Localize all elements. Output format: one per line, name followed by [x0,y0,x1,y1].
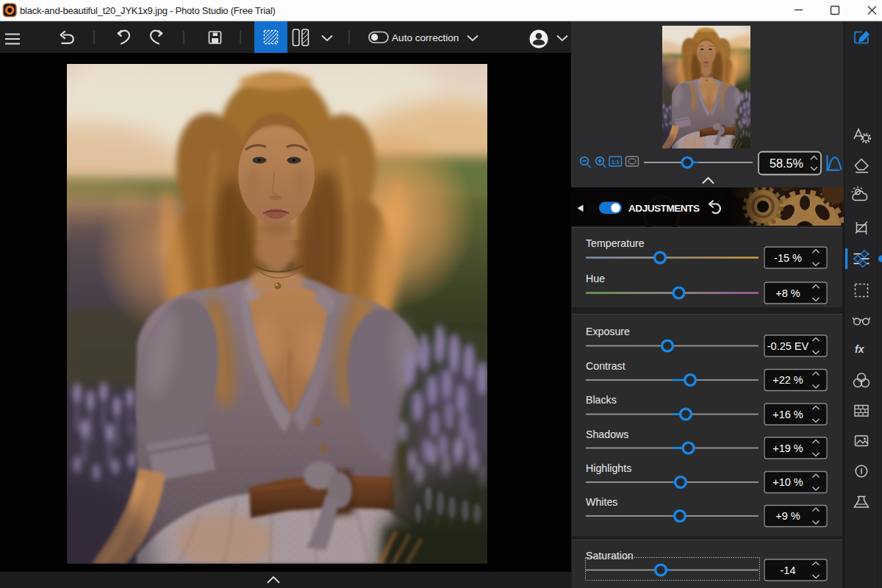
svg-text:Auto correction: Auto correction [392,32,459,43]
svg-text:Contrast: Contrast [586,360,625,372]
svg-text:Saturation: Saturation [586,550,634,562]
svg-text:58.5%: 58.5% [770,157,803,170]
svg-text:1:1: 1:1 [612,159,620,165]
svg-text:+22 %: +22 % [772,374,803,386]
svg-text:Temperature: Temperature [586,237,645,249]
svg-text:Whites: Whites [586,496,617,508]
svg-text:-0.25 EV: -0.25 EV [767,340,809,352]
svg-text:+10 %: +10 % [772,476,803,488]
svg-text:+8 %: +8 % [775,287,800,299]
svg-text:Highlights: Highlights [586,462,631,474]
svg-text:Hue: Hue [586,273,605,284]
svg-text:black-and-beautiful_t20_JYK1x9: black-and-beautiful_t20_JYK1x9.jpg - Pho… [20,5,276,16]
svg-text:Blacks: Blacks [586,394,617,406]
svg-text:+19 %: +19 % [772,442,803,454]
svg-text:-14: -14 [781,564,796,576]
svg-text:+16 %: +16 % [772,409,803,420]
svg-text:Exposure: Exposure [586,326,630,337]
svg-text:-15 %: -15 % [774,252,802,264]
svg-text:+9 %: +9 % [775,510,800,522]
svg-text:Shadows: Shadows [586,429,628,440]
svg-text:fx: fx [855,343,865,355]
svg-text:ADJUSTMENTS: ADJUSTMENTS [628,203,700,214]
